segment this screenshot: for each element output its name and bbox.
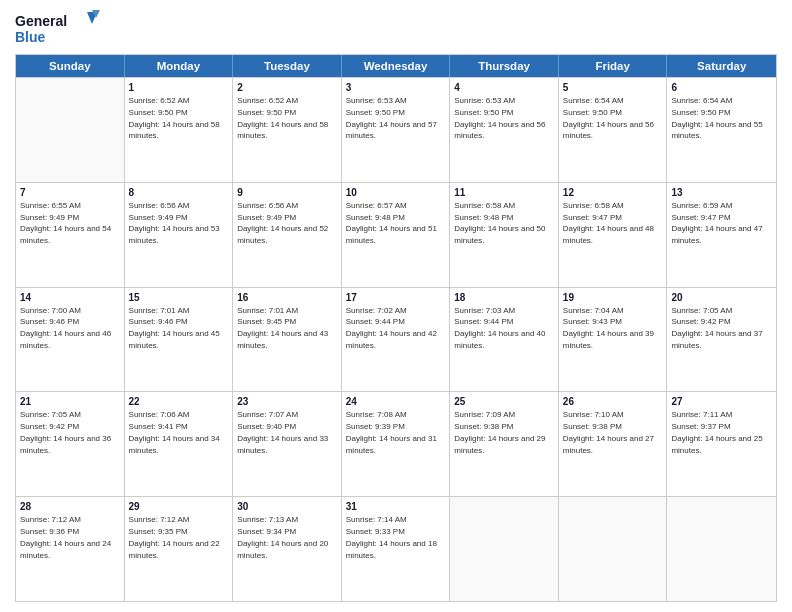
weekday-header-friday: Friday: [559, 55, 668, 77]
cell-info: Sunrise: 7:02 AMSunset: 9:44 PMDaylight:…: [346, 306, 437, 350]
cell-info: Sunrise: 6:59 AMSunset: 9:47 PMDaylight:…: [671, 201, 762, 245]
day-number: 26: [563, 395, 663, 408]
cell-info: Sunrise: 7:05 AMSunset: 9:42 PMDaylight:…: [671, 306, 762, 350]
day-number: 15: [129, 291, 229, 304]
day-number: 14: [20, 291, 120, 304]
day-number: 9: [237, 186, 337, 199]
day-number: 4: [454, 81, 554, 94]
day-number: 8: [129, 186, 229, 199]
cell-info: Sunrise: 6:52 AMSunset: 9:50 PMDaylight:…: [237, 96, 328, 140]
calendar-cell: 6 Sunrise: 6:54 AMSunset: 9:50 PMDayligh…: [667, 78, 776, 182]
calendar-cell: 22 Sunrise: 7:06 AMSunset: 9:41 PMDaylig…: [125, 392, 234, 496]
svg-text:Blue: Blue: [15, 29, 46, 45]
calendar-cell: 21 Sunrise: 7:05 AMSunset: 9:42 PMDaylig…: [16, 392, 125, 496]
day-number: 3: [346, 81, 446, 94]
calendar-cell: 4 Sunrise: 6:53 AMSunset: 9:50 PMDayligh…: [450, 78, 559, 182]
calendar-cell: 26 Sunrise: 7:10 AMSunset: 9:38 PMDaylig…: [559, 392, 668, 496]
cell-info: Sunrise: 7:10 AMSunset: 9:38 PMDaylight:…: [563, 410, 654, 454]
calendar-cell: 30 Sunrise: 7:13 AMSunset: 9:34 PMDaylig…: [233, 497, 342, 601]
weekday-header-tuesday: Tuesday: [233, 55, 342, 77]
cell-info: Sunrise: 7:04 AMSunset: 9:43 PMDaylight:…: [563, 306, 654, 350]
day-number: 24: [346, 395, 446, 408]
weekday-header-thursday: Thursday: [450, 55, 559, 77]
page-header: General Blue: [15, 10, 777, 48]
day-number: 27: [671, 395, 772, 408]
cell-info: Sunrise: 7:11 AMSunset: 9:37 PMDaylight:…: [671, 410, 762, 454]
calendar-cell: [16, 78, 125, 182]
day-number: 2: [237, 81, 337, 94]
calendar-cell: 8 Sunrise: 6:56 AMSunset: 9:49 PMDayligh…: [125, 183, 234, 287]
calendar-cell: 18 Sunrise: 7:03 AMSunset: 9:44 PMDaylig…: [450, 288, 559, 392]
calendar-header: SundayMondayTuesdayWednesdayThursdayFrid…: [16, 55, 776, 77]
day-number: 28: [20, 500, 120, 513]
cell-info: Sunrise: 6:55 AMSunset: 9:49 PMDaylight:…: [20, 201, 111, 245]
cell-info: Sunrise: 7:00 AMSunset: 9:46 PMDaylight:…: [20, 306, 111, 350]
cell-info: Sunrise: 7:08 AMSunset: 9:39 PMDaylight:…: [346, 410, 437, 454]
calendar-cell: 27 Sunrise: 7:11 AMSunset: 9:37 PMDaylig…: [667, 392, 776, 496]
cell-info: Sunrise: 6:57 AMSunset: 9:48 PMDaylight:…: [346, 201, 437, 245]
day-number: 6: [671, 81, 772, 94]
day-number: 30: [237, 500, 337, 513]
calendar-cell: 15 Sunrise: 7:01 AMSunset: 9:46 PMDaylig…: [125, 288, 234, 392]
day-number: 11: [454, 186, 554, 199]
calendar-cell: [559, 497, 668, 601]
day-number: 16: [237, 291, 337, 304]
day-number: 10: [346, 186, 446, 199]
day-number: 20: [671, 291, 772, 304]
cell-info: Sunrise: 6:56 AMSunset: 9:49 PMDaylight:…: [237, 201, 328, 245]
calendar-cell: [667, 497, 776, 601]
calendar-cell: 5 Sunrise: 6:54 AMSunset: 9:50 PMDayligh…: [559, 78, 668, 182]
day-number: 29: [129, 500, 229, 513]
calendar: SundayMondayTuesdayWednesdayThursdayFrid…: [15, 54, 777, 602]
logo-svg: General Blue: [15, 10, 105, 48]
calendar-cell: 16 Sunrise: 7:01 AMSunset: 9:45 PMDaylig…: [233, 288, 342, 392]
weekday-header-sunday: Sunday: [16, 55, 125, 77]
calendar-cell: 10 Sunrise: 6:57 AMSunset: 9:48 PMDaylig…: [342, 183, 451, 287]
day-number: 13: [671, 186, 772, 199]
day-number: 18: [454, 291, 554, 304]
calendar-cell: 2 Sunrise: 6:52 AMSunset: 9:50 PMDayligh…: [233, 78, 342, 182]
calendar-page: General Blue SundayMondayTuesdayWednesda…: [0, 0, 792, 612]
day-number: 19: [563, 291, 663, 304]
calendar-cell: 24 Sunrise: 7:08 AMSunset: 9:39 PMDaylig…: [342, 392, 451, 496]
cell-info: Sunrise: 7:07 AMSunset: 9:40 PMDaylight:…: [237, 410, 328, 454]
day-number: 22: [129, 395, 229, 408]
calendar-week-4: 21 Sunrise: 7:05 AMSunset: 9:42 PMDaylig…: [16, 391, 776, 496]
day-number: 31: [346, 500, 446, 513]
cell-info: Sunrise: 6:58 AMSunset: 9:47 PMDaylight:…: [563, 201, 654, 245]
cell-info: Sunrise: 7:06 AMSunset: 9:41 PMDaylight:…: [129, 410, 220, 454]
cell-info: Sunrise: 7:05 AMSunset: 9:42 PMDaylight:…: [20, 410, 111, 454]
day-number: 1: [129, 81, 229, 94]
calendar-cell: 1 Sunrise: 6:52 AMSunset: 9:50 PMDayligh…: [125, 78, 234, 182]
cell-info: Sunrise: 7:13 AMSunset: 9:34 PMDaylight:…: [237, 515, 328, 559]
calendar-cell: 12 Sunrise: 6:58 AMSunset: 9:47 PMDaylig…: [559, 183, 668, 287]
cell-info: Sunrise: 7:09 AMSunset: 9:38 PMDaylight:…: [454, 410, 545, 454]
calendar-cell: 23 Sunrise: 7:07 AMSunset: 9:40 PMDaylig…: [233, 392, 342, 496]
calendar-cell: 31 Sunrise: 7:14 AMSunset: 9:33 PMDaylig…: [342, 497, 451, 601]
svg-text:General: General: [15, 13, 67, 29]
cell-info: Sunrise: 7:12 AMSunset: 9:36 PMDaylight:…: [20, 515, 111, 559]
cell-info: Sunrise: 7:14 AMSunset: 9:33 PMDaylight:…: [346, 515, 437, 559]
calendar-cell: 9 Sunrise: 6:56 AMSunset: 9:49 PMDayligh…: [233, 183, 342, 287]
day-number: 12: [563, 186, 663, 199]
calendar-cell: 3 Sunrise: 6:53 AMSunset: 9:50 PMDayligh…: [342, 78, 451, 182]
calendar-cell: 7 Sunrise: 6:55 AMSunset: 9:49 PMDayligh…: [16, 183, 125, 287]
cell-info: Sunrise: 6:53 AMSunset: 9:50 PMDaylight:…: [454, 96, 545, 140]
calendar-week-1: 1 Sunrise: 6:52 AMSunset: 9:50 PMDayligh…: [16, 77, 776, 182]
day-number: 17: [346, 291, 446, 304]
calendar-cell: 25 Sunrise: 7:09 AMSunset: 9:38 PMDaylig…: [450, 392, 559, 496]
calendar-cell: 19 Sunrise: 7:04 AMSunset: 9:43 PMDaylig…: [559, 288, 668, 392]
cell-info: Sunrise: 7:01 AMSunset: 9:46 PMDaylight:…: [129, 306, 220, 350]
cell-info: Sunrise: 6:58 AMSunset: 9:48 PMDaylight:…: [454, 201, 545, 245]
cell-info: Sunrise: 6:56 AMSunset: 9:49 PMDaylight:…: [129, 201, 220, 245]
cell-info: Sunrise: 6:53 AMSunset: 9:50 PMDaylight:…: [346, 96, 437, 140]
calendar-body: 1 Sunrise: 6:52 AMSunset: 9:50 PMDayligh…: [16, 77, 776, 601]
cell-info: Sunrise: 6:54 AMSunset: 9:50 PMDaylight:…: [671, 96, 762, 140]
calendar-cell: 14 Sunrise: 7:00 AMSunset: 9:46 PMDaylig…: [16, 288, 125, 392]
calendar-week-5: 28 Sunrise: 7:12 AMSunset: 9:36 PMDaylig…: [16, 496, 776, 601]
cell-info: Sunrise: 6:52 AMSunset: 9:50 PMDaylight:…: [129, 96, 220, 140]
day-number: 21: [20, 395, 120, 408]
day-number: 5: [563, 81, 663, 94]
calendar-cell: 28 Sunrise: 7:12 AMSunset: 9:36 PMDaylig…: [16, 497, 125, 601]
calendar-week-3: 14 Sunrise: 7:00 AMSunset: 9:46 PMDaylig…: [16, 287, 776, 392]
